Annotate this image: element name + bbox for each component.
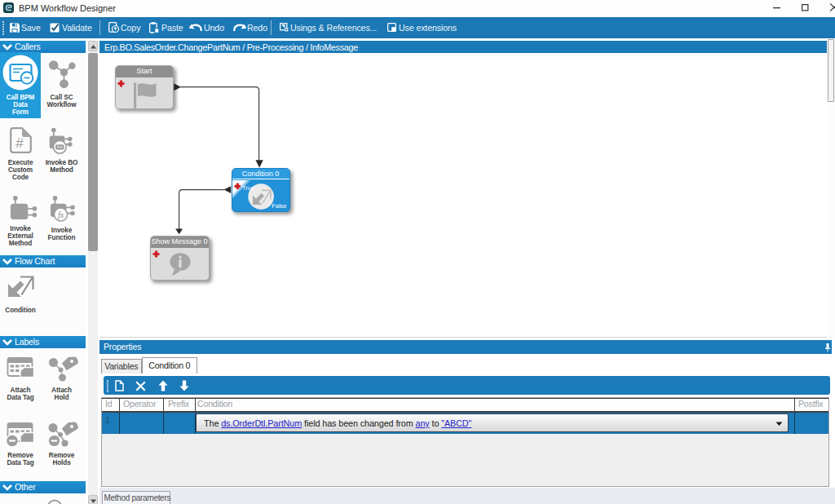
svg-text:#: # xyxy=(15,135,24,151)
svg-text:fx: fx xyxy=(57,210,64,219)
